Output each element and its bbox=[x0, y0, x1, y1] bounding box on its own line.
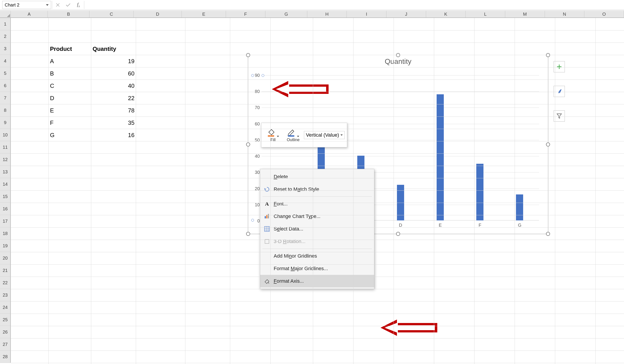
column-header[interactable]: M bbox=[505, 11, 545, 18]
column-header[interactable]: A bbox=[11, 11, 48, 18]
chart-handle[interactable] bbox=[546, 232, 550, 236]
table-cell[interactable]: B bbox=[49, 67, 91, 80]
row-header[interactable]: 10 bbox=[0, 129, 11, 141]
row-header[interactable]: 27 bbox=[0, 338, 11, 351]
row-header[interactable]: 19 bbox=[0, 240, 11, 252]
formula-input[interactable] bbox=[85, 1, 622, 9]
funnel-icon bbox=[556, 113, 562, 119]
table-header[interactable]: Quantity bbox=[91, 43, 136, 55]
column-header[interactable]: G bbox=[265, 11, 307, 18]
name-box[interactable]: Chart 2 bbox=[2, 1, 51, 9]
table-cell[interactable]: 35 bbox=[91, 117, 136, 129]
table-header[interactable]: Product bbox=[49, 43, 91, 55]
row-header[interactable]: 3 bbox=[0, 43, 11, 55]
row-header[interactable]: 22 bbox=[0, 277, 11, 289]
row-header[interactable]: 4 bbox=[0, 55, 11, 67]
table-cell[interactable]: D bbox=[49, 92, 91, 104]
menu-add-minor-gridlines[interactable]: Add Minor Gridlines bbox=[260, 250, 374, 262]
table-cell[interactable]: 40 bbox=[91, 79, 136, 92]
select-all-button[interactable] bbox=[0, 11, 11, 18]
column-header[interactable]: C bbox=[89, 11, 133, 18]
menu-rotation-label: 3-D Rotation... bbox=[274, 239, 306, 244]
column-header[interactable]: N bbox=[545, 11, 585, 18]
column-header[interactable]: H bbox=[307, 11, 347, 18]
select-data-icon bbox=[264, 226, 270, 232]
menu-chart-type-label: Change Chart Type... bbox=[274, 214, 320, 219]
row-header[interactable]: 20 bbox=[0, 252, 11, 264]
table-cell[interactable]: F bbox=[49, 117, 91, 129]
cancel-button[interactable] bbox=[53, 1, 63, 9]
table-cell[interactable]: 78 bbox=[91, 104, 136, 117]
chart-filter-button[interactable] bbox=[554, 110, 565, 122]
column-header[interactable]: I bbox=[347, 11, 387, 18]
table-cell[interactable]: C bbox=[49, 79, 91, 92]
chart-handle[interactable] bbox=[246, 143, 250, 146]
y-tick-label: 50 bbox=[255, 137, 260, 143]
menu-reset-label: Reset to Match Style bbox=[274, 186, 319, 192]
row-header[interactable]: 24 bbox=[0, 301, 11, 314]
menu-font[interactable]: A Font... bbox=[260, 197, 374, 210]
column-header[interactable]: L bbox=[466, 11, 505, 18]
row-header[interactable]: 21 bbox=[0, 264, 11, 277]
chart-handle[interactable] bbox=[246, 232, 250, 236]
enter-button[interactable] bbox=[63, 1, 73, 9]
y-axis[interactable]: 0102030405060708090 bbox=[248, 75, 261, 220]
row-header[interactable]: 15 bbox=[0, 190, 11, 203]
name-box-value: Chart 2 bbox=[5, 2, 20, 8]
row-header[interactable]: 12 bbox=[0, 153, 11, 166]
menu-delete[interactable]: Delete bbox=[260, 170, 374, 183]
row-header[interactable]: 5 bbox=[0, 67, 11, 79]
row-header[interactable]: 9 bbox=[0, 117, 11, 129]
table-cell[interactable]: 22 bbox=[91, 92, 136, 104]
row-header[interactable]: 25 bbox=[0, 314, 11, 326]
row-header[interactable]: 16 bbox=[0, 203, 11, 215]
table-cell[interactable]: E bbox=[49, 104, 91, 117]
row-header[interactable]: 1 bbox=[0, 18, 11, 30]
row-header[interactable]: 13 bbox=[0, 166, 11, 178]
menu-select-data[interactable]: Select Data... bbox=[260, 223, 374, 235]
table-cell[interactable]: 19 bbox=[91, 55, 136, 67]
chart-handle[interactable] bbox=[546, 53, 550, 57]
chart-bar[interactable] bbox=[476, 164, 483, 220]
menu-reset-style[interactable]: Reset to Match Style bbox=[260, 183, 374, 195]
row-header[interactable]: 2 bbox=[0, 30, 11, 43]
chart-type-icon bbox=[264, 214, 270, 219]
row-header[interactable]: 17 bbox=[0, 215, 11, 227]
table-cell[interactable]: A bbox=[49, 55, 91, 67]
paint-bucket-icon bbox=[267, 128, 277, 137]
column-header[interactable]: O bbox=[584, 11, 624, 18]
outline-button[interactable]: Outline bbox=[284, 128, 303, 142]
insert-function-button[interactable]: fx bbox=[74, 1, 83, 9]
row-header[interactable]: 8 bbox=[0, 104, 11, 117]
row-header[interactable]: 26 bbox=[0, 326, 11, 338]
column-header[interactable]: B bbox=[48, 11, 89, 18]
chart-handle[interactable] bbox=[546, 143, 550, 146]
brush-icon bbox=[556, 88, 562, 95]
chart-elements-button[interactable] bbox=[554, 61, 565, 72]
chart-bar[interactable] bbox=[516, 194, 523, 220]
row-header[interactable]: 6 bbox=[0, 79, 11, 92]
row-header[interactable]: 18 bbox=[0, 227, 11, 240]
menu-change-chart-type[interactable]: Change Chart Type... bbox=[260, 210, 374, 223]
chart-styles-button[interactable] bbox=[554, 86, 565, 97]
chart-handle[interactable] bbox=[396, 232, 400, 236]
row-header[interactable]: 11 bbox=[0, 141, 11, 153]
table-cell[interactable]: G bbox=[49, 129, 91, 141]
column-header[interactable]: K bbox=[426, 11, 466, 18]
row-header[interactable]: 23 bbox=[0, 289, 11, 301]
chart-handle[interactable] bbox=[396, 53, 400, 57]
chart-element-selector[interactable]: Vertical (Value) bbox=[304, 131, 345, 139]
table-cell[interactable]: 60 bbox=[91, 67, 136, 80]
column-header[interactable]: D bbox=[133, 11, 182, 18]
formula-bar: Chart 2 fx bbox=[0, 0, 624, 10]
column-header[interactable]: J bbox=[387, 11, 426, 18]
column-header[interactable]: F bbox=[226, 11, 266, 18]
column-header[interactable]: E bbox=[182, 11, 226, 18]
chart-handle[interactable] bbox=[246, 53, 250, 57]
row-header[interactable]: 14 bbox=[0, 178, 11, 190]
fill-button[interactable]: Fill bbox=[263, 128, 283, 142]
chart-bar[interactable] bbox=[437, 94, 444, 220]
table-cell[interactable]: 16 bbox=[91, 129, 136, 141]
row-header[interactable]: 7 bbox=[0, 92, 11, 104]
row-header[interactable]: 28 bbox=[0, 351, 11, 363]
